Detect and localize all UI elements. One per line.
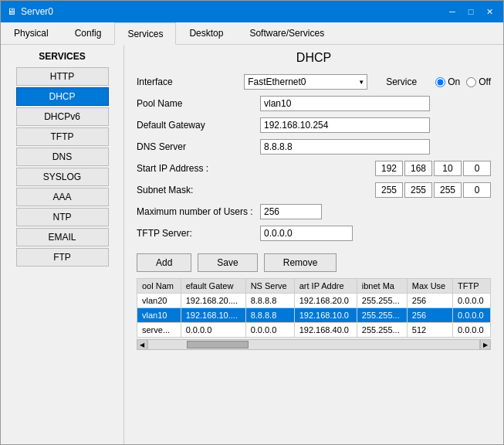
minimize-button[interactable]: ─ bbox=[445, 5, 460, 18]
subnet-mask-1[interactable] bbox=[375, 182, 403, 198]
cell-start-ip: 192.168.40.0 bbox=[294, 323, 357, 338]
interface-select[interactable]: FastEthernet0 FastEthernet1 Vlan1 bbox=[244, 74, 367, 90]
sidebar-item-ftp[interactable]: FTP bbox=[16, 248, 109, 267]
cell-subnet: 255.255... bbox=[357, 323, 407, 338]
app-icon: 🖥 bbox=[7, 6, 16, 17]
service-off-radio[interactable] bbox=[466, 77, 476, 87]
service-on-text: On bbox=[448, 76, 460, 87]
service-off-text: Off bbox=[479, 76, 491, 87]
max-users-input[interactable] bbox=[260, 204, 322, 219]
service-off-label[interactable]: Off bbox=[466, 76, 491, 87]
cell-tftp: 0.0.0.0 bbox=[453, 323, 491, 338]
dns-server-label: DNS Server bbox=[137, 141, 260, 152]
sidebar-item-ntp[interactable]: NTP bbox=[16, 208, 109, 226]
start-ip-row: Start IP Address : bbox=[137, 161, 491, 176]
table-row[interactable]: vlan20 192.168.20.... 8.8.8.8 192.168.20… bbox=[137, 294, 491, 308]
close-button[interactable]: ✕ bbox=[482, 5, 497, 18]
sidebar-item-dhcpv6[interactable]: DHCPv6 bbox=[16, 107, 109, 126]
sidebar-item-http[interactable]: HTTP bbox=[16, 67, 109, 86]
cell-gateway: 192.168.10.... bbox=[181, 308, 245, 323]
service-radio-group: On Off bbox=[435, 76, 491, 87]
dns-server-row: DNS Server bbox=[137, 139, 491, 155]
start-ip-label: Start IP Address : bbox=[137, 163, 260, 174]
sidebar-item-dns[interactable]: DNS bbox=[16, 148, 109, 166]
interface-label: Interface bbox=[137, 76, 244, 87]
col-subnet: ibnet Ma bbox=[357, 279, 407, 294]
start-ip-group bbox=[375, 161, 491, 176]
start-ip-4[interactable] bbox=[463, 161, 491, 176]
subnet-mask-2[interactable] bbox=[404, 182, 432, 198]
start-ip-1[interactable] bbox=[375, 161, 403, 176]
save-button[interactable]: Save bbox=[198, 253, 257, 272]
sidebar: SERVICES HTTP DHCP DHCPv6 TFTP DNS SYSLO… bbox=[1, 45, 124, 444]
scroll-thumb[interactable] bbox=[187, 341, 249, 348]
sidebar-title: SERVICES bbox=[1, 51, 123, 62]
title-bar-left: 🖥 Server0 bbox=[7, 6, 53, 17]
tab-config[interactable]: Config bbox=[62, 22, 115, 44]
interface-select-wrapper: FastEthernet0 FastEthernet1 Vlan1 bbox=[244, 74, 367, 90]
service-on-radio[interactable] bbox=[435, 77, 445, 87]
col-max-users: Max Use bbox=[407, 279, 452, 294]
cell-gateway: 192.168.20.... bbox=[181, 294, 245, 308]
subnet-mask-group bbox=[375, 182, 491, 198]
pool-name-row: Pool Name bbox=[137, 96, 491, 111]
maximize-button[interactable]: □ bbox=[463, 5, 479, 18]
col-start-ip: art IP Addre bbox=[294, 279, 357, 294]
col-gateway: efault Gatew bbox=[181, 279, 245, 294]
table-row[interactable]: vlan10 192.168.10.... 8.8.8.8 192.168.10… bbox=[137, 308, 491, 323]
dns-server-input[interactable] bbox=[260, 139, 430, 155]
start-ip-2[interactable] bbox=[404, 161, 432, 176]
cell-subnet: 255.255... bbox=[357, 308, 407, 323]
cell-max-users: 512 bbox=[407, 323, 452, 338]
main-panel: DHCP Interface FastEthernet0 FastEtherne… bbox=[124, 45, 503, 444]
cell-pool: vlan20 bbox=[137, 294, 181, 308]
cell-max-users: 256 bbox=[407, 308, 452, 323]
horizontal-scrollbar[interactable]: ◀ ▶ bbox=[137, 339, 491, 350]
dhcp-table: ool Nam efault Gatew NS Serve art IP Add… bbox=[137, 278, 491, 338]
action-buttons: Add Save Remove bbox=[137, 253, 491, 272]
interface-control: FastEthernet0 FastEthernet1 Vlan1 Servic… bbox=[244, 74, 491, 90]
panel-title: DHCP bbox=[137, 51, 491, 65]
tftp-server-row: TFTP Server: bbox=[137, 226, 491, 241]
cell-pool: vlan10 bbox=[137, 308, 181, 323]
cell-dns: 0.0.0.0 bbox=[245, 323, 294, 338]
tab-desktop[interactable]: Desktop bbox=[176, 22, 236, 44]
pool-name-label: Pool Name bbox=[137, 98, 260, 109]
sidebar-item-dhcp[interactable]: DHCP bbox=[16, 87, 109, 106]
cell-max-users: 256 bbox=[407, 294, 452, 308]
subnet-mask-label: Subnet Mask: bbox=[137, 185, 260, 195]
cell-subnet: 255.255... bbox=[357, 294, 407, 308]
col-tftp: TFTP bbox=[453, 279, 491, 294]
col-pool: ool Nam bbox=[137, 279, 181, 294]
sidebar-item-aaa[interactable]: AAA bbox=[16, 188, 109, 206]
subnet-mask-3[interactable] bbox=[434, 182, 462, 198]
add-button[interactable]: Add bbox=[137, 253, 191, 272]
scroll-right-button[interactable]: ▶ bbox=[480, 339, 491, 350]
sidebar-item-tftp[interactable]: TFTP bbox=[16, 127, 109, 146]
content-area: SERVICES HTTP DHCP DHCPv6 TFTP DNS SYSLO… bbox=[1, 45, 503, 444]
table-header-row: ool Nam efault Gatew NS Serve art IP Add… bbox=[137, 279, 491, 294]
tab-software[interactable]: Software/Services bbox=[236, 22, 337, 44]
scroll-track[interactable] bbox=[147, 339, 480, 350]
sidebar-item-email[interactable]: EMAIL bbox=[16, 228, 109, 246]
cell-tftp: 0.0.0.0 bbox=[453, 294, 491, 308]
remove-button[interactable]: Remove bbox=[264, 253, 337, 272]
service-on-label[interactable]: On bbox=[435, 76, 460, 87]
main-window: 🖥 Server0 ─ □ ✕ Physical Config Services… bbox=[0, 0, 504, 445]
sidebar-item-syslog[interactable]: SYSLOG bbox=[16, 168, 109, 186]
scroll-left-button[interactable]: ◀ bbox=[137, 339, 147, 350]
table-container: ool Nam efault Gatew NS Serve art IP Add… bbox=[137, 278, 491, 338]
tab-bar: Physical Config Services Desktop Softwar… bbox=[1, 22, 503, 45]
table-row[interactable]: serve... 0.0.0.0 0.0.0.0 192.168.40.0 25… bbox=[137, 323, 491, 338]
start-ip-3[interactable] bbox=[434, 161, 462, 176]
tftp-server-input[interactable] bbox=[260, 226, 353, 241]
subnet-mask-4[interactable] bbox=[463, 182, 491, 198]
tab-physical[interactable]: Physical bbox=[1, 22, 62, 44]
default-gateway-label: Default Gateway bbox=[137, 120, 260, 131]
cell-start-ip: 192.168.20.0 bbox=[294, 294, 357, 308]
pool-name-input[interactable] bbox=[260, 96, 430, 111]
window-title: Server0 bbox=[21, 6, 53, 17]
default-gateway-input[interactable] bbox=[260, 117, 430, 133]
max-users-label: Maximum number of Users : bbox=[137, 206, 260, 217]
tab-services[interactable]: Services bbox=[114, 22, 176, 45]
